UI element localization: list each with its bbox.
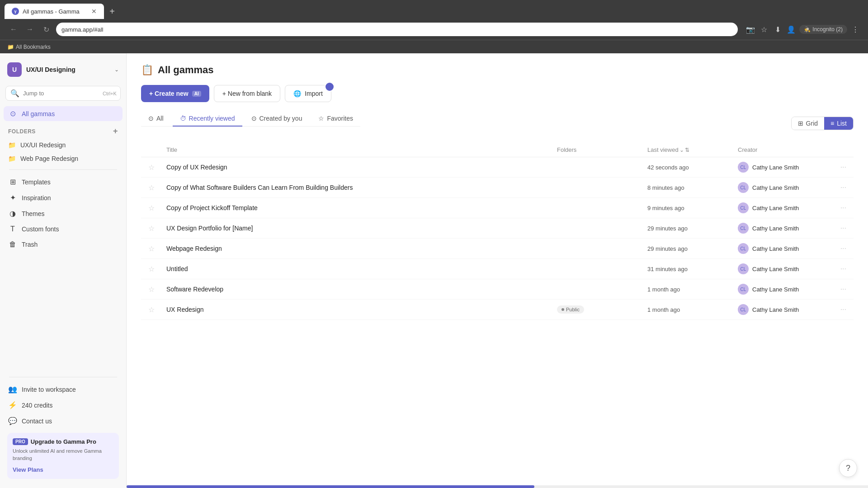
active-tab[interactable]: γ All gammas - Gamma ✕ bbox=[5, 4, 104, 19]
created-by-you-label: Created by you bbox=[259, 115, 302, 122]
row-creator: CL Cathy Lane Smith bbox=[738, 304, 828, 315]
row-menu-button[interactable]: ··· bbox=[828, 224, 846, 232]
row-creator: CL Cathy Lane Smith bbox=[738, 284, 828, 295]
row-menu-button[interactable]: ··· bbox=[828, 204, 846, 212]
new-from-blank-button[interactable]: + New from blank bbox=[214, 85, 280, 102]
row-menu-button[interactable]: ··· bbox=[828, 244, 846, 253]
table-row[interactable]: ☆ UX Design Portfolio for [Name] 29 minu… bbox=[141, 218, 854, 239]
table-row[interactable]: ☆ Copy of Project Kickoff Template 9 min… bbox=[141, 198, 854, 218]
sidebar-item-contact[interactable]: 💬 Contact us bbox=[4, 413, 123, 428]
search-box[interactable]: 🔍 Ctrl+K bbox=[5, 86, 121, 101]
creator-avatar: CL bbox=[738, 162, 749, 173]
tab-close-button[interactable]: ✕ bbox=[91, 8, 97, 15]
sidebar-item-invite[interactable]: 👥 Invite to workspace bbox=[4, 382, 123, 397]
import-label: Import bbox=[305, 90, 323, 97]
search-input[interactable] bbox=[23, 90, 99, 97]
filter-tab-created-by-you[interactable]: ⊙ Created by you bbox=[244, 111, 310, 127]
view-toggle: ⊞ Grid ≡ List bbox=[791, 117, 854, 130]
profile-icon[interactable]: 👤 bbox=[786, 24, 797, 35]
create-new-button[interactable]: + Create new AI bbox=[141, 85, 209, 102]
add-folder-button[interactable]: + bbox=[113, 127, 118, 136]
scrollbar-thumb[interactable] bbox=[127, 485, 534, 488]
download-icon[interactable]: ⬇ bbox=[772, 24, 783, 35]
list-label: List bbox=[837, 120, 847, 127]
main-content: 📋 All gammas + Create new AI + New from … bbox=[127, 53, 868, 488]
workspace-avatar: U bbox=[7, 62, 22, 77]
table-row[interactable]: ☆ Copy of What Software Builders Can Lea… bbox=[141, 178, 854, 198]
contact-label: Contact us bbox=[22, 418, 52, 425]
new-tab-button[interactable]: + bbox=[106, 5, 118, 18]
star-button[interactable]: ☆ bbox=[148, 285, 166, 294]
header-last-viewed[interactable]: Last viewed ⌄ ⇅ bbox=[647, 146, 738, 153]
creator-name: Cathy Lane Smith bbox=[752, 266, 799, 272]
row-menu-button[interactable]: ··· bbox=[828, 285, 846, 293]
bookmarks-bar: 📁 All Bookmarks bbox=[0, 40, 868, 53]
row-menu-button[interactable]: ··· bbox=[828, 265, 846, 273]
star-button[interactable]: ☆ bbox=[148, 305, 166, 314]
app-container: U UX/UI Designing ⌄ 🔍 Ctrl+K ⊙ All gamma… bbox=[0, 53, 868, 488]
reload-button[interactable]: ↻ bbox=[40, 23, 52, 36]
list-icon: ≡ bbox=[830, 120, 834, 127]
filter-tab-recently-viewed[interactable]: ⏱ Recently viewed bbox=[173, 111, 242, 127]
sidebar-item-all-gammas[interactable]: ⊙ All gammas bbox=[4, 106, 123, 121]
sidebar-item-templates[interactable]: ⊞ Templates bbox=[4, 174, 123, 189]
sidebar-item-inspiration[interactable]: ✦ Inspiration bbox=[4, 190, 123, 205]
star-button[interactable]: ☆ bbox=[148, 163, 166, 172]
row-menu-button[interactable]: ··· bbox=[828, 163, 846, 171]
row-menu-button[interactable]: ··· bbox=[828, 305, 846, 314]
star-button[interactable]: ☆ bbox=[148, 183, 166, 192]
row-title: Copy of What Software Builders Can Learn… bbox=[166, 184, 557, 191]
invite-label: Invite to workspace bbox=[22, 386, 76, 393]
sidebar-item-credits[interactable]: ⚡ 240 credits bbox=[4, 398, 123, 413]
list-view-button[interactable]: ≡ List bbox=[824, 117, 853, 130]
incognito-label: Incognito (2) bbox=[812, 26, 843, 33]
sidebar-divider bbox=[9, 169, 117, 170]
workspace-header[interactable]: U UX/UI Designing ⌄ bbox=[0, 59, 126, 80]
filter-tab-all[interactable]: ⊙ All bbox=[141, 111, 171, 127]
sidebar-item-themes[interactable]: ◑ Themes bbox=[4, 206, 123, 221]
table-row[interactable]: ☆ UX Redesign Public 1 month ago CL Cath… bbox=[141, 300, 854, 320]
row-title: Webpage Redesign bbox=[166, 245, 557, 252]
folder-icon: 📁 bbox=[8, 155, 16, 162]
credits-label: 240 credits bbox=[22, 402, 52, 409]
menu-icon[interactable]: ⋮ bbox=[850, 24, 861, 35]
filter-row: ⊙ All ⏱ Recently viewed ⊙ Created by you… bbox=[141, 111, 854, 136]
sidebar: U UX/UI Designing ⌄ 🔍 Ctrl+K ⊙ All gamma… bbox=[0, 53, 127, 488]
row-time: 31 minutes ago bbox=[647, 266, 738, 272]
import-button[interactable]: 🌐 Import bbox=[285, 85, 331, 102]
view-plans-link[interactable]: View Plans bbox=[13, 466, 43, 473]
pro-badge: PRO Upgrade to Gamma Pro bbox=[13, 438, 113, 445]
horizontal-scrollbar[interactable] bbox=[127, 485, 868, 488]
forward-button[interactable]: → bbox=[24, 23, 36, 36]
folder-item-ux-redesign[interactable]: 📁 UX/UI Redesign bbox=[4, 139, 123, 151]
sidebar-item-custom-fonts[interactable]: T Custom fonts bbox=[4, 222, 123, 236]
table-row[interactable]: ☆ Webpage Redesign 29 minutes ago CL Cat… bbox=[141, 239, 854, 259]
themes-label: Themes bbox=[22, 210, 45, 217]
creator-avatar: CL bbox=[738, 182, 749, 193]
star-button[interactable]: ☆ bbox=[148, 224, 166, 233]
table-row[interactable]: ☆ Untitled 31 minutes ago CL Cathy Lane … bbox=[141, 259, 854, 279]
table-row[interactable]: ☆ Software Redevelop 1 month ago CL Cath… bbox=[141, 279, 854, 300]
tab-favicon: γ bbox=[12, 8, 19, 15]
star-button[interactable]: ☆ bbox=[148, 244, 166, 253]
row-creator: CL Cathy Lane Smith bbox=[738, 202, 828, 213]
row-menu-button[interactable]: ··· bbox=[828, 183, 846, 192]
grid-view-button[interactable]: ⊞ Grid bbox=[792, 117, 824, 130]
credits-icon: ⚡ bbox=[8, 401, 17, 409]
header-folders: Folders bbox=[557, 146, 647, 153]
back-button[interactable]: ← bbox=[7, 23, 20, 36]
star-button[interactable]: ☆ bbox=[148, 265, 166, 273]
star-icon[interactable]: ☆ bbox=[759, 24, 769, 35]
row-creator: CL Cathy Lane Smith bbox=[738, 263, 828, 274]
address-bar[interactable]: gamma.app/#all bbox=[56, 23, 738, 36]
tab-bar: γ All gammas - Gamma ✕ + bbox=[0, 0, 868, 19]
help-button[interactable]: ? bbox=[839, 459, 857, 477]
filter-tab-favorites[interactable]: ☆ Favorites bbox=[311, 111, 360, 127]
sidebar-item-trash[interactable]: 🗑 Trash bbox=[4, 237, 123, 252]
workspace-chevron-icon: ⌄ bbox=[114, 66, 119, 73]
star-button[interactable]: ☆ bbox=[148, 204, 166, 212]
all-label: All bbox=[156, 115, 164, 122]
camera-icon[interactable]: 📷 bbox=[745, 24, 756, 35]
table-row[interactable]: ☆ Copy of UX Redesign 42 seconds ago CL … bbox=[141, 157, 854, 178]
folder-item-web-redesign[interactable]: 📁 Web Page Redesign bbox=[4, 152, 123, 165]
